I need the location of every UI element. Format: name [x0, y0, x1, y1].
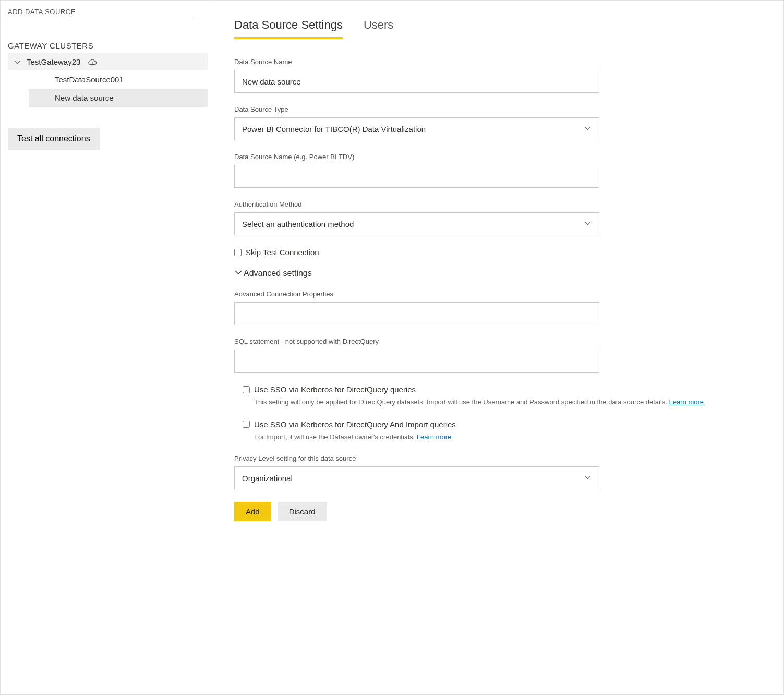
- data-source-name-input[interactable]: [234, 70, 599, 93]
- sidebar: ADD DATA SOURCE GATEWAY CLUSTERS TestGat…: [1, 1, 215, 694]
- advanced-connection-label: Advanced Connection Properties: [234, 290, 765, 298]
- sso-kerberos-directquery-label: Use SSO via Kerberos for DirectQuery que…: [254, 385, 416, 394]
- tab-users[interactable]: Users: [364, 18, 393, 39]
- chevron-down-icon: [584, 474, 592, 483]
- privacy-level-value: Organizational: [242, 474, 293, 483]
- chevron-down-icon: [13, 58, 21, 66]
- footer-buttons: Add Discard: [234, 502, 765, 521]
- skip-test-connection-checkbox[interactable]: [234, 249, 242, 256]
- advanced-settings-toggle[interactable]: Advanced settings: [234, 268, 765, 279]
- skip-test-connection-row: Skip Test Connection: [234, 248, 765, 257]
- sso-kerberos-import-row: Use SSO via Kerberos for DirectQuery And…: [243, 420, 765, 429]
- data-source-name-2-input[interactable]: [234, 165, 599, 188]
- advanced-settings-label: Advanced settings: [244, 269, 312, 278]
- chevron-down-icon: [584, 125, 592, 134]
- data-source-type-label: Data Source Type: [234, 105, 765, 113]
- tab-data-source-settings[interactable]: Data Source Settings: [234, 18, 343, 39]
- sidebar-item-label: New data source: [55, 93, 114, 102]
- learn-more-link-1[interactable]: Learn more: [669, 398, 704, 406]
- chevron-down-icon: [584, 220, 592, 229]
- main-panel: Data Source Settings Users Data Source N…: [215, 1, 783, 694]
- advanced-connection-input[interactable]: [234, 302, 599, 325]
- data-source-name-label: Data Source Name: [234, 58, 765, 66]
- learn-more-link-2[interactable]: Learn more: [417, 433, 451, 441]
- gateway-clusters-heading: GATEWAY CLUSTERS: [8, 41, 215, 50]
- sidebar-item-new-datasource[interactable]: New data source: [29, 89, 208, 107]
- sidebar-item-datasource[interactable]: TestDataSource001: [29, 70, 208, 89]
- cluster-name: TestGateway23: [27, 57, 80, 66]
- sso-kerberos-directquery-checkbox[interactable]: [243, 386, 250, 393]
- sidebar-item-label: TestDataSource001: [55, 75, 124, 84]
- sso1-help-text: This setting will only be applied for Di…: [254, 397, 765, 408]
- privacy-level-select[interactable]: Organizational: [234, 466, 599, 489]
- data-source-name-2-label: Data Source Name (e.g. Power BI TDV): [234, 153, 765, 161]
- cluster-row[interactable]: TestGateway23: [8, 53, 208, 70]
- authentication-method-select[interactable]: Select an authentication method: [234, 212, 599, 235]
- sso-kerberos-directquery-row: Use SSO via Kerberos for DirectQuery que…: [243, 385, 765, 394]
- authentication-method-value: Select an authentication method: [242, 220, 354, 229]
- chevron-down-icon: [234, 268, 243, 279]
- discard-button[interactable]: Discard: [278, 502, 327, 521]
- data-source-type-select[interactable]: Power BI Connector for TIBCO(R) Data Vir…: [234, 117, 599, 140]
- cloud-icon: [88, 58, 97, 66]
- data-source-type-value: Power BI Connector for TIBCO(R) Data Vir…: [242, 125, 426, 134]
- tab-bar: Data Source Settings Users: [234, 18, 765, 39]
- sql-statement-input[interactable]: [234, 350, 599, 373]
- privacy-level-label: Privacy Level setting for this data sour…: [234, 454, 765, 462]
- sidebar-title: ADD DATA SOURCE: [8, 8, 194, 20]
- sso-kerberos-import-checkbox[interactable]: [243, 421, 250, 428]
- authentication-method-label: Authentication Method: [234, 200, 765, 208]
- skip-test-connection-label: Skip Test Connection: [246, 248, 319, 257]
- sql-statement-label: SQL statement - not supported with Direc…: [234, 338, 765, 345]
- add-button[interactable]: Add: [234, 502, 271, 521]
- test-all-connections-button[interactable]: Test all connections: [8, 128, 100, 150]
- sso2-help-text: For Import, it will use the Dataset owne…: [254, 432, 765, 442]
- sso-kerberos-import-label: Use SSO via Kerberos for DirectQuery And…: [254, 420, 456, 429]
